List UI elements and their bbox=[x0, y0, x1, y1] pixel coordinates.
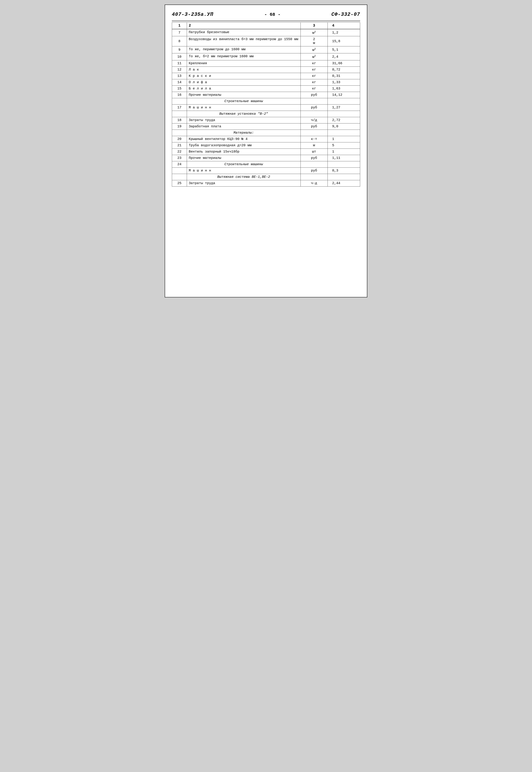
row-num: 13 bbox=[172, 73, 187, 79]
row-desc: Воздуховоды из винипласта б=3 мм перимет… bbox=[187, 36, 301, 46]
section-unit bbox=[300, 130, 327, 136]
row-unit: м bbox=[300, 142, 327, 149]
row-desc: То же, периметром до 1600 мм bbox=[187, 46, 301, 53]
row-desc: О л и ф а bbox=[187, 79, 301, 86]
section-num bbox=[172, 98, 187, 105]
row-num: 11 bbox=[172, 60, 187, 67]
header-right: СФ-332-07 bbox=[331, 12, 360, 17]
row-num bbox=[172, 168, 187, 174]
row-desc: Заработная плата bbox=[187, 123, 301, 130]
header-left: 407-3-235а.УП bbox=[172, 12, 214, 17]
header-center: - 68 - bbox=[264, 12, 280, 17]
table-row: 21Труба водогазопроводная д=20 ммм5 bbox=[172, 142, 360, 149]
section-num: 24 bbox=[172, 161, 187, 168]
table-row: Вытяжная установка "В-2" bbox=[172, 111, 360, 117]
row-unit: 2м bbox=[300, 36, 327, 46]
row-val: 14,12 bbox=[327, 92, 360, 98]
section-unit bbox=[300, 161, 327, 168]
section-val bbox=[327, 174, 360, 180]
table-row: 12Л а ккг0,72 bbox=[172, 67, 360, 73]
row-num: 19 bbox=[172, 123, 187, 130]
row-num: 21 bbox=[172, 142, 187, 149]
row-desc: Затраты труда bbox=[187, 117, 301, 123]
row-unit: м2 bbox=[300, 46, 327, 53]
row-val: 1,27 bbox=[327, 105, 360, 111]
row-unit: м2 bbox=[300, 53, 327, 60]
table-row: 17М а ш и н нруб1,27 bbox=[172, 105, 360, 111]
row-num: 10 bbox=[172, 53, 187, 60]
row-val: 0,3 bbox=[327, 168, 360, 174]
row-unit: руб bbox=[300, 123, 327, 130]
row-val: 31,66 bbox=[327, 60, 360, 67]
table-row: Строительные машины bbox=[172, 98, 360, 105]
row-unit: руб bbox=[300, 168, 327, 174]
row-num: 20 bbox=[172, 136, 187, 142]
row-desc: Труба водогазопроводная д=20 мм bbox=[187, 142, 301, 149]
row-desc: М а ш и н н bbox=[187, 168, 301, 174]
row-unit: к-т bbox=[300, 136, 327, 142]
row-num: 25 bbox=[172, 180, 187, 186]
row-val: 2,72 bbox=[327, 117, 360, 123]
row-unit: м2 bbox=[300, 29, 327, 36]
row-unit: кг bbox=[300, 60, 327, 67]
section-desc: Вытяжная система ВЕ-1,ВЕ-2 bbox=[187, 174, 301, 180]
row-unit: руб bbox=[300, 155, 327, 161]
row-unit: руб bbox=[300, 92, 327, 98]
section-desc: Строительные машины bbox=[187, 161, 301, 168]
table-row: Вытяжная система ВЕ-1,ВЕ-2 bbox=[172, 174, 360, 180]
row-val: 2,4 bbox=[327, 53, 360, 60]
row-desc: Прочие материалы bbox=[187, 92, 301, 98]
row-desc: Крышный вентилятор КЦЗ-90 № 4 bbox=[187, 136, 301, 142]
superscript: 2 bbox=[314, 55, 316, 57]
section-desc: Материалы: bbox=[187, 130, 301, 136]
row-val: 9,0 bbox=[327, 123, 360, 130]
row-num: 22 bbox=[172, 149, 187, 155]
table-row: 7Патрубки брезентовыем21,2 bbox=[172, 29, 360, 36]
row-val: 1,11 bbox=[327, 155, 360, 161]
table-row: 24 Строительные машины bbox=[172, 161, 360, 168]
section-val bbox=[327, 130, 360, 136]
table-row: 10То же, б=2 мм периметром 1600 ммм22,4 bbox=[172, 53, 360, 60]
section-val bbox=[327, 111, 360, 117]
table-row: 14О л и ф акг1,33 bbox=[172, 79, 360, 86]
table-row: М а ш и н нруб0,3 bbox=[172, 168, 360, 174]
row-desc: Прочие материалы bbox=[187, 155, 301, 161]
section-unit bbox=[300, 111, 327, 117]
table-header-row: 1 2 3 4 bbox=[172, 23, 360, 29]
row-val: 1,2 bbox=[327, 29, 360, 36]
row-desc: К р а с к и bbox=[187, 73, 301, 79]
row-unit: ч/д bbox=[300, 117, 327, 123]
row-num: 15 bbox=[172, 86, 187, 92]
page: 407-3-235а.УП - 68 - СФ-332-07 1 2 3 4 7… bbox=[165, 5, 367, 297]
section-val bbox=[327, 98, 360, 105]
row-val: 1,33 bbox=[327, 79, 360, 86]
table-row: 13К р а с к икг0,31 bbox=[172, 73, 360, 79]
table-row: 8Воздуховоды из винипласта б=3 мм периме… bbox=[172, 36, 360, 46]
row-unit: кг bbox=[300, 86, 327, 92]
col-header-3: 3 bbox=[300, 23, 327, 29]
table-row: Материалы: bbox=[172, 130, 360, 136]
row-val: 5 bbox=[327, 142, 360, 149]
row-val: 1 bbox=[327, 149, 360, 155]
row-unit: кг bbox=[300, 73, 327, 79]
row-num: 17 bbox=[172, 105, 187, 111]
row-val: 2,44 bbox=[327, 180, 360, 186]
table-row: 15Б е л и л акг1,63 bbox=[172, 86, 360, 92]
row-desc: М а ш и н н bbox=[187, 105, 301, 111]
table-row: 25Затраты трудач-д2,44 bbox=[172, 180, 360, 186]
page-header: 407-3-235а.УП - 68 - СФ-332-07 bbox=[172, 9, 360, 21]
row-desc: То же, б=2 мм периметром 1600 мм bbox=[187, 53, 301, 60]
table-row: 19Заработная платаруб9,0 bbox=[172, 123, 360, 130]
row-num: 12 bbox=[172, 67, 187, 73]
row-num: 7 bbox=[172, 29, 187, 36]
row-desc: Крепления bbox=[187, 60, 301, 67]
superscript: 2 bbox=[314, 48, 316, 50]
main-table: 1 2 3 4 7Патрубки брезентовыем21,28Возду… bbox=[172, 22, 360, 186]
section-unit bbox=[300, 174, 327, 180]
section-num bbox=[172, 130, 187, 136]
table-row: 11Креплениякг31,66 bbox=[172, 60, 360, 67]
row-unit: ч-д bbox=[300, 180, 327, 186]
table-row: 20Крышный вентилятор КЦЗ-90 № 4к-т1 bbox=[172, 136, 360, 142]
col-header-2: 2 bbox=[187, 23, 301, 29]
row-num: 14 bbox=[172, 79, 187, 86]
